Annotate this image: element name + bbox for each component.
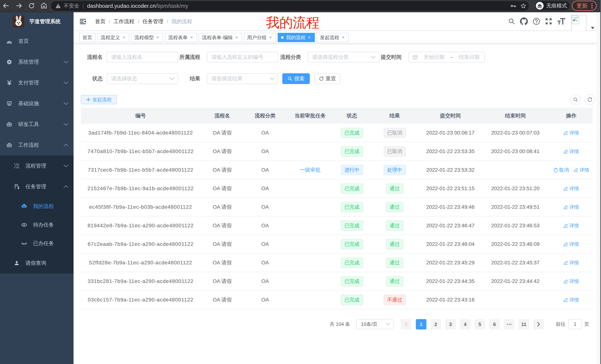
status-badge: 已完成 [341,128,363,138]
detail-link[interactable]: 详情 [563,148,579,155]
detail-link[interactable]: 详情 [563,185,579,192]
sidebar-item-process-mgmt[interactable]: 流程管理 [0,155,74,176]
detail-link[interactable]: 详情 [563,297,579,303]
page-button-5[interactable]: 5 [474,319,485,329]
help-icon[interactable] [533,18,540,25]
fullscreen-icon[interactable] [545,18,552,25]
table-search-toggle-button[interactable] [570,94,581,105]
sidebar-item-leave-query[interactable]: 请假查询 [0,253,74,273]
close-icon[interactable]: × [268,35,272,40]
password-key-icon[interactable] [510,3,516,9]
sidebar-item-done-task[interactable]: 已办任务 [0,234,74,253]
browser-forward-icon[interactable] [15,2,23,10]
close-icon[interactable]: × [190,35,193,40]
detail-link[interactable]: 详情 [563,130,579,136]
detail-link[interactable]: 详情 [563,278,579,285]
sidebar-logo[interactable]: 芋道管理系统 [0,12,74,31]
page-ellipsis[interactable] [504,319,514,329]
sidebar-item-infra[interactable]: 基础设施 [0,93,74,114]
tag-process-definition[interactable]: 流程定义× [97,33,129,42]
cancel-link[interactable]: 取消 [553,167,569,173]
goto-page-input[interactable]: 1 [568,319,582,329]
close-icon[interactable]: × [122,35,126,40]
address-bar[interactable]: 不安全 dashboard.yudao.iocoder.cn/bpm/task/… [51,1,529,11]
cell-actions: 取消详情 [550,161,593,179]
sidebar-item-devtools[interactable]: 研发工具 [0,114,74,135]
create-process-button[interactable]: 发起流程 [81,95,117,104]
tag-start-process[interactable]: 发起流程× [317,33,349,42]
sidebar-item-home[interactable]: 首页 [0,31,74,52]
detail-link[interactable]: 详情 [563,222,579,229]
cell-id: 2152467e-7b9b-11ec-9a1b-acde48001122 [81,179,200,198]
browser-back-icon[interactable] [2,2,10,10]
page-button-2[interactable]: 2 [431,319,441,329]
page-button-1[interactable]: 1 [416,319,426,329]
reset-button[interactable]: 重置 [315,73,340,84]
sidebar-item-workflow[interactable]: 工作流程 [0,135,74,155]
github-icon[interactable] [520,18,528,25]
app-title: 芋道管理系统 [29,18,60,25]
table-refresh-button[interactable] [584,94,595,105]
cell-result: 通过 [370,254,420,272]
prev-page-button[interactable] [401,319,411,329]
update-label[interactable]: 更新 [576,2,588,10]
detail-link[interactable]: 详情 [563,241,579,248]
close-icon[interactable]: × [235,35,239,40]
placeholder-text: 请输入流程名 [111,54,142,61]
tag-user-group[interactable]: 用户分组× [244,33,276,42]
scrollbar-gutter[interactable] [597,12,600,364]
page-button-3[interactable]: 3 [445,319,456,329]
sidebar-item-todo-task[interactable]: 待办任务 [0,216,74,234]
browser-menu-dots-icon[interactable] [591,3,593,9]
tag-home[interactable]: 首页 [79,33,95,42]
current-task-link[interactable]: 一级审批 [300,166,321,173]
filter-time-range[interactable]: 开始日期 - 结束日期 [409,52,485,63]
sidebar-collapse-icon[interactable] [80,19,86,24]
cell-category: OA [244,272,286,290]
breadcrumb-task-mgmt[interactable]: 任务管理 [143,18,163,25]
insecure-label[interactable]: 不安全 [64,2,79,10]
close-icon[interactable]: × [341,35,345,40]
status-badge: 已完成 [341,239,363,249]
url-host[interactable]: dashboard.yudao.iocoder.cn [87,3,156,9]
page-button-11[interactable]: 11 [519,319,529,329]
user-avatar[interactable] [571,15,586,31]
sidebar-item-my-process[interactable]: 我的流程 [0,197,74,216]
browser-reload-icon[interactable] [28,2,35,10]
cell-submit-time: 2022-01-22 23:53:32 [420,161,481,179]
breadcrumb-separator: / [109,19,110,25]
filter-name-input[interactable]: 请输入流程名 [107,52,178,63]
filter-parent-input[interactable]: 请输入流程定义的编号 [207,52,278,63]
page-button-4[interactable]: 4 [460,319,471,329]
next-page-button[interactable] [533,319,544,329]
sidebar-item-system[interactable]: 系统管理 [0,52,74,72]
sidebar-item-task-mgmt[interactable]: 任务管理 [0,176,74,197]
tag-process-form-edit[interactable]: 流程表单-编辑× [199,33,242,42]
avatar-dropdown-caret[interactable] [591,27,594,29]
detail-link[interactable]: 详情 [563,204,579,211]
close-icon[interactable]: × [307,35,311,40]
tag-process-model[interactable]: 流程模型× [131,33,163,42]
sidebar-item-payment[interactable]: 支付管理 [0,72,74,93]
filter-category-select[interactable]: 请选择流程分类 [308,52,379,63]
browser-update-button[interactable]: 更新 [572,1,597,11]
filter-status-select[interactable]: 请选择状态 [107,73,178,84]
link-label: 详情 [570,130,579,136]
yuan-icon [7,80,12,85]
close-icon[interactable]: × [156,35,160,40]
search-button[interactable]: 搜索 [282,73,310,84]
header-search-icon[interactable] [508,18,515,25]
edit-pen-icon [563,279,568,284]
page-size-select[interactable]: 10条/页 [356,319,393,329]
breadcrumb-workflow[interactable]: 工作流程 [114,18,134,25]
detail-link[interactable]: 详情 [574,167,589,173]
browser-home-icon[interactable] [40,2,48,10]
page-button-6[interactable]: 6 [489,319,500,329]
filter-result-select[interactable]: 请选择流结果 [207,73,278,84]
detail-link[interactable]: 详情 [563,259,579,266]
tag-process-form[interactable]: 流程表单× [165,33,197,42]
font-size-icon[interactable] [558,18,565,25]
breadcrumb-home[interactable]: 首页 [95,18,105,25]
tag-my-process[interactable]: 我的流程× [278,33,315,42]
bookmark-star-icon[interactable] [521,3,526,9]
